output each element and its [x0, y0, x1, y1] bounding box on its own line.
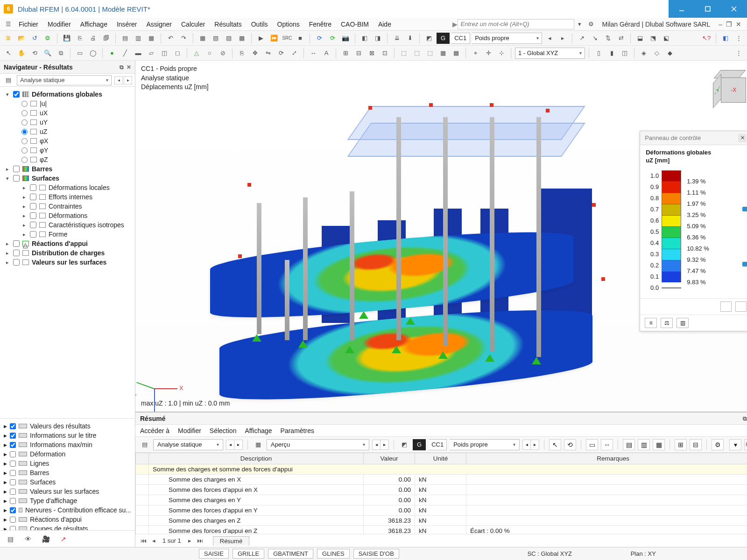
move-icon[interactable]: ✥ [249, 48, 261, 59]
display-option[interactable]: ▸Réactions d'appui [2, 515, 133, 524]
nav-cube[interactable]: -Y -X [712, 68, 747, 105]
nav-next-icon[interactable]: ▸ [124, 76, 132, 84]
panel-close-icon[interactable]: ✕ [127, 64, 131, 70]
resume-view-select[interactable]: Aperçu [267, 439, 369, 450]
collapse-icon[interactable]: ▾ [5, 91, 10, 98]
work4-icon[interactable]: ▦ [437, 48, 449, 59]
globaldef-check[interactable] [13, 91, 20, 98]
help-pointer-icon[interactable]: ↖? [701, 33, 712, 44]
expand-icon[interactable]: ▸ [4, 525, 7, 530]
expand-icon[interactable]: ▸ [4, 422, 7, 430]
table-row[interactable]: Somme des forces d'appui en Y0.00kN [136, 505, 747, 516]
run-icon[interactable]: ▶ [255, 33, 267, 44]
save-as-icon[interactable]: ⎘ [74, 33, 85, 44]
ucs3-icon[interactable]: ⊹ [496, 48, 507, 59]
doc2-icon[interactable]: ▥ [133, 33, 144, 44]
display-option[interactable]: ▸Barres [2, 468, 133, 477]
expand-icon[interactable]: ▸ [4, 469, 7, 476]
resume-btn7-icon[interactable]: ▦ [653, 439, 665, 450]
resume-btn5-icon[interactable]: ▤ [623, 439, 635, 450]
display-option-check[interactable] [10, 470, 16, 476]
resume-lc-select[interactable]: Poids propre [450, 439, 520, 450]
zoom-icon[interactable]: 🔍 [42, 48, 53, 59]
load-icons-2[interactable]: ⬇ [404, 33, 416, 44]
print-preview-icon[interactable]: 🗐 [100, 33, 112, 44]
work3-icon[interactable]: ⬚ [424, 48, 436, 59]
nav-tab-video-icon[interactable]: 🎥 [40, 533, 51, 545]
cursor-icon[interactable]: ↖ [3, 48, 14, 59]
v3-icon[interactable]: ◫ [619, 48, 630, 59]
expand-icon[interactable]: ▸ [4, 432, 7, 439]
doc3-icon[interactable]: ▦ [146, 33, 157, 44]
resume-selection[interactable]: Sélection [210, 427, 237, 434]
display-option[interactable]: ▸Valeurs sur les surfaces [2, 487, 133, 496]
resume-tab[interactable]: Résumé [213, 536, 249, 546]
workplane-select[interactable]: 1 - Global XYZ [515, 48, 585, 59]
resume-anal-prev-icon[interactable]: ◂ [226, 440, 234, 450]
phiy-radio[interactable] [21, 147, 28, 154]
s5-check[interactable] [30, 231, 36, 238]
open-file-icon[interactable]: 📂 [16, 33, 27, 44]
phiz-radio[interactable] [21, 157, 28, 163]
s1-check[interactable] [30, 194, 36, 200]
menu-view[interactable]: Affichage [76, 19, 112, 29]
display-options-list[interactable]: ▸Valeurs des résultats▸Informations sur … [0, 418, 135, 530]
uy-radio[interactable] [21, 119, 28, 126]
menu-assign[interactable]: Assigner [142, 19, 176, 29]
zoom-window-icon[interactable]: ⧉ [55, 48, 66, 59]
pager-prev-icon[interactable]: ◂ [149, 537, 158, 545]
window-maximize-button[interactable] [695, 0, 721, 18]
hinge-icon[interactable]: ○ [204, 48, 215, 59]
doc-restore-icon[interactable]: ❐ [726, 21, 732, 28]
cp-tab-scale-icon[interactable]: ⚖ [661, 318, 673, 328]
grid1-icon[interactable]: ▦ [197, 33, 208, 44]
resume-goto[interactable]: Accéder à [140, 427, 169, 434]
expand-icon[interactable]: ▸ [4, 460, 7, 467]
menu-options[interactable]: Options [273, 19, 304, 29]
display-option-check[interactable] [10, 433, 16, 439]
resume-table[interactable]: Description Valeur Unité Remarques Somme… [135, 453, 747, 534]
res-d-icon[interactable]: ⇄ [615, 33, 627, 44]
surfvals-check[interactable] [13, 259, 20, 266]
text-icon[interactable]: A [321, 48, 332, 59]
s3-check[interactable] [30, 212, 36, 219]
legend-max-slider[interactable] [742, 207, 747, 211]
resume-view-icon[interactable]: ▦ [253, 439, 264, 450]
nav-tab-results-icon[interactable]: ↗ [58, 533, 69, 545]
resume-btn1-icon[interactable]: ↖ [549, 439, 561, 450]
exp-sval-icon[interactable]: ▸ [5, 259, 10, 266]
expand-icon[interactable]: ▸ [4, 497, 7, 504]
refresh-green-icon[interactable]: ⟳ [327, 33, 338, 44]
snap1-icon[interactable]: ◈ [638, 48, 649, 59]
doc-close-icon[interactable]: ✕ [736, 21, 741, 28]
rotate-icon[interactable]: ⟲ [29, 48, 40, 59]
expand-icon[interactable]: ▸ [4, 506, 7, 514]
s0-check[interactable] [30, 184, 36, 191]
menu-insert[interactable]: Insérer [112, 19, 142, 29]
results-tree[interactable]: ▾Déformations globales |u| uX uY uZ φX φ… [0, 87, 135, 418]
snap3-icon[interactable]: ◆ [664, 48, 676, 59]
display-option[interactable]: ▸Informations sur le titre [2, 431, 133, 440]
display-option-check[interactable] [10, 451, 16, 457]
grid3-icon[interactable]: ▨ [223, 33, 234, 44]
status-saisie[interactable]: SAISIE [199, 549, 229, 559]
support-icon[interactable]: △ [191, 48, 202, 59]
results-toggle-icon[interactable]: ◩ [423, 33, 435, 44]
status-gbat[interactable]: GBATIMENT [268, 549, 313, 559]
table-row[interactable]: Somme des charges en Z3618.23kN [136, 516, 747, 526]
cp-settings-icon[interactable] [720, 301, 732, 312]
mirror-icon[interactable]: ⇋ [262, 48, 274, 59]
grid2-icon[interactable]: ▧ [210, 33, 221, 44]
resume-lc-toggle-icon[interactable]: ◩ [399, 439, 410, 450]
display-option-check[interactable] [10, 489, 16, 495]
surfaces-check[interactable] [13, 175, 20, 182]
sec1-icon[interactable]: ⊞ [340, 48, 351, 59]
misc2-icon[interactable]: ⬔ [648, 33, 659, 44]
exp-ldist-icon[interactable]: ▸ [5, 250, 10, 256]
new-file-icon[interactable]: 🗎 [3, 33, 14, 44]
keyword-search-input[interactable] [458, 19, 574, 29]
node-icon[interactable]: ● [106, 48, 118, 59]
s2-check[interactable] [30, 203, 36, 210]
control-panel-close-icon[interactable]: ✕ [738, 134, 747, 142]
menu-edit[interactable]: Modifier [43, 19, 76, 29]
